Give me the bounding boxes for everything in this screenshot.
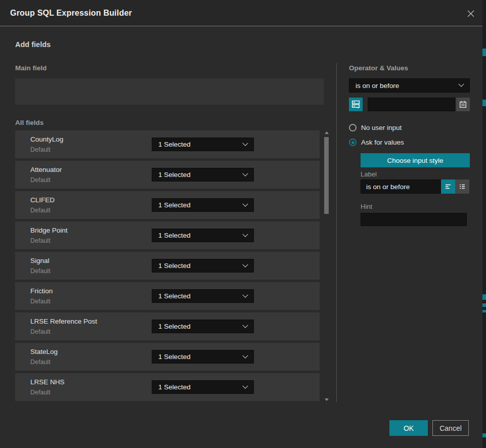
field-row: Bridge Point Default 1 Selected [15,221,320,249]
field-row: Signal Default 1 Selected [15,252,320,280]
field-selection-dropdown[interactable]: 1 Selected [152,198,254,212]
ask-for-values-radio[interactable]: Ask for values [349,139,404,146]
background-accent-fragment [482,294,486,300]
field-selection-value: 1 Selected [158,171,239,178]
field-row: LRSE Reference Post Default 1 Selected [15,312,320,340]
field-sublabel: Default [30,237,51,244]
field-sublabel: Default [30,359,51,366]
field-selection-value: 1 Selected [158,232,239,239]
radio-unchecked-icon [349,124,357,131]
field-sublabel: Default [30,298,51,305]
single-line-input-style-button[interactable] [441,180,455,194]
field-sublabel: Default [30,328,51,335]
field-row: StateLog Default 1 Selected [15,343,320,371]
chevron-down-icon [242,322,248,328]
calendar-picker-button[interactable] [456,98,470,111]
background-app-edge [482,0,486,448]
fields-list-scrollbar [324,130,330,402]
no-user-input-radio[interactable]: No user input [349,124,402,131]
choose-input-style-button[interactable]: Choose input style [361,153,470,167]
field-row: Attenuator Default 1 Selected [15,161,320,189]
chevron-down-icon [242,292,248,297]
scrollbar-thumb[interactable] [324,137,329,214]
ask-for-values-label: Ask for values [361,139,404,146]
background-accent-fragment [482,310,486,312]
close-icon[interactable] [465,8,476,19]
field-name: StateLog [30,348,58,355]
field-sublabel: Default [30,176,51,184]
background-accent-fragment [482,303,486,307]
group-sql-expression-builder-dialog: Group SQL Expression Builder Add fields … [0,0,486,448]
field-selection-dropdown[interactable]: 1 Selected [152,320,254,333]
chevron-down-icon [242,201,248,206]
field-selection-dropdown[interactable]: 1 Selected [152,138,254,151]
dialog-title: Group SQL Expression Builder [10,9,132,18]
all-fields-list: CountyLog Default 1 Selected Attenuator … [15,130,320,404]
scrollbar-up-arrow-icon[interactable] [325,131,329,134]
field-selection-dropdown[interactable]: 1 Selected [152,380,254,394]
date-value-input[interactable] [368,98,455,111]
operator-select[interactable]: is on or before [349,78,470,93]
field-selection-dropdown[interactable]: 1 Selected [152,168,254,182]
panel-divider [336,63,337,402]
label-input[interactable] [361,180,441,194]
field-selection-value: 1 Selected [158,353,239,361]
field-sublabel: Default [30,207,51,214]
field-name: Bridge Point [30,227,68,234]
chevron-down-icon [242,140,248,146]
chevron-down-icon [242,170,248,176]
hint-input[interactable] [361,213,467,226]
field-selection-value: 1 Selected [158,383,239,391]
cancel-button[interactable]: Cancel [432,420,469,436]
field-name: LRSE Reference Post [30,318,97,325]
chevron-down-icon [458,81,464,87]
field-name: Friction [30,287,53,295]
field-name: Attenuator [30,166,62,173]
dialog-titlebar: Group SQL Expression Builder [0,0,482,26]
main-field-panel: CountyLog | Default From Date [15,78,324,105]
chevron-down-icon [242,231,248,237]
field-name: Signal [30,257,50,264]
operator-select-value: is on or before [356,82,455,89]
background-accent-fragment [482,433,486,437]
field-sublabel: Default [30,146,51,153]
label-caption: Label [361,170,377,178]
field-selection-value: 1 Selected [158,292,239,300]
background-accent-fragment [482,49,486,56]
main-field-heading: Main field [15,64,47,72]
field-selection-value: 1 Selected [158,141,239,148]
radio-checked-icon [349,139,357,146]
ok-button[interactable]: OK [389,420,428,436]
field-selection-value: 1 Selected [158,201,239,209]
all-fields-heading: All fields [15,119,43,126]
chevron-down-icon [242,352,248,358]
operator-values-heading: Operator & Values [349,64,408,72]
scrollbar-down-arrow-icon[interactable] [325,398,329,401]
no-user-input-label: No user input [361,124,402,131]
field-selection-dropdown[interactable]: 1 Selected [152,229,254,242]
chevron-down-icon [242,261,248,267]
field-name: CountyLog [30,136,63,143]
field-selection-dropdown[interactable]: 1 Selected [152,289,254,303]
field-name: LRSE NHS [30,378,65,386]
field-row: LRSE NHS Default 1 Selected [15,373,320,401]
get-values-button[interactable] [349,98,363,111]
field-row: CLIFED Default 1 Selected [15,191,320,219]
field-row: CountyLog Default 1 Selected [15,130,320,158]
field-row: Friction Default 1 Selected [15,282,320,310]
list-input-style-button[interactable] [455,180,469,194]
field-name: CLIFED [30,196,55,204]
field-sublabel: Default [30,389,51,396]
field-selection-dropdown[interactable]: 1 Selected [152,259,254,273]
field-selection-value: 1 Selected [158,323,239,330]
hint-caption: Hint [361,203,372,210]
background-accent-fragment [482,100,486,106]
chevron-down-icon [242,383,248,388]
add-fields-heading: Add fields [15,40,51,49]
field-sublabel: Default [30,267,51,275]
field-selection-value: 1 Selected [158,262,239,270]
field-selection-dropdown[interactable]: 1 Selected [152,350,254,364]
